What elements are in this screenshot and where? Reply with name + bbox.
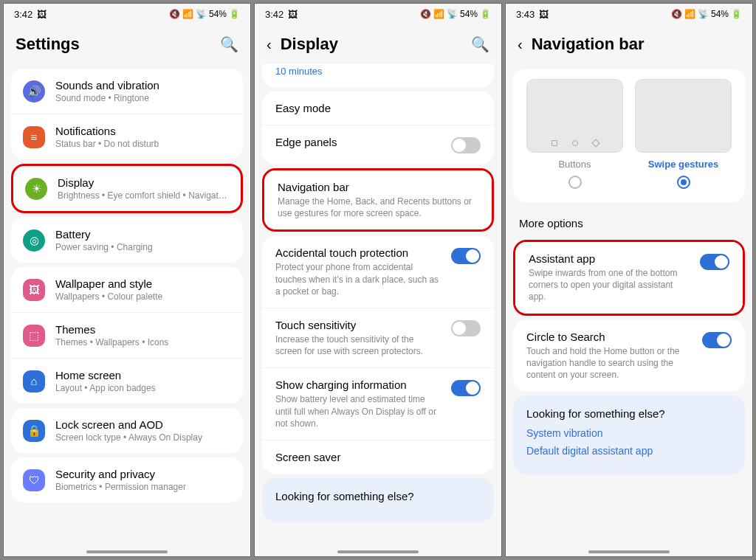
easy-mode-item[interactable]: Easy mode (262, 91, 494, 125)
navigation-bar-item[interactable]: Navigation bar Manage the Home, Back, an… (264, 170, 492, 229)
settings-item-wallpaper[interactable]: 🖼 Wallpaper and style Wallpapers • Colou… (11, 267, 243, 313)
more-options-header: More options (506, 207, 752, 235)
item-sub: Wallpapers • Colour palette (55, 291, 231, 302)
phone-screen-2: 3:42 🖼 🔇 📶 📡 54% 🔋 ‹ Display 🔍 10 minute… (254, 3, 502, 557)
nav-option-swipe[interactable]: Swipe gestures (635, 79, 732, 189)
settings-item-security[interactable]: 🛡 Security and privacy Biometrics • Perm… (11, 457, 243, 502)
charging-toggle[interactable] (451, 380, 481, 396)
item-title: Notifications (55, 125, 231, 137)
item-sub: Protect your phone from accidental touch… (275, 261, 441, 297)
item-sub: Swipe inwards from one of the bottom cor… (529, 267, 690, 303)
circle-toggle[interactable] (702, 332, 732, 348)
circle-search-item[interactable]: Circle to Search Touch and hold the Home… (513, 320, 745, 392)
navbar-settings[interactable]: Buttons Swipe gestures More options Assi… (506, 64, 752, 556)
assistant-app-item[interactable]: Assistant app Swipe inwards from one of … (515, 242, 743, 314)
signal-icon: 📡 (196, 9, 207, 19)
footer-link-vibration[interactable]: System vibration (526, 427, 732, 439)
display-icon: ☀ (25, 178, 47, 200)
item-title: Easy mode (275, 102, 481, 114)
settings-list[interactable]: 🔊 Sounds and vibration Sound mode • Ring… (4, 64, 250, 556)
battery-text: 54% (460, 9, 478, 19)
item-sub: Status bar • Do not disturb (55, 139, 231, 149)
item-title: Security and privacy (55, 468, 231, 480)
nav-indicator (337, 550, 419, 553)
battery-icon: 🔋 (480, 9, 491, 19)
nav-indicator (588, 550, 670, 553)
touch-sens-toggle[interactable] (451, 320, 481, 336)
item-sub: Increase the touch sensitivity of the sc… (275, 333, 441, 357)
item-sub: Themes • Wallpapers • Icons (55, 337, 231, 348)
item-title: Display (58, 176, 229, 189)
footer-link-assistant[interactable]: Default digital assistant app (526, 445, 732, 457)
option-label: Swipe gestures (648, 159, 718, 170)
edge-panels-item[interactable]: Edge panels (262, 125, 494, 164)
page-title: Settings (16, 35, 211, 54)
clock: 3:43 (516, 9, 535, 20)
assistant-toggle[interactable] (700, 254, 729, 270)
settings-item-notifications[interactable]: ≡ Notifications Status bar • Do not dist… (11, 114, 243, 159)
accidental-touch-item[interactable]: Accidental touch protection Protect your… (262, 236, 494, 308)
looking-for-section: Looking for something else? (262, 478, 494, 522)
battery-icon: 🔋 (229, 9, 240, 19)
item-title: Assistant app (529, 252, 690, 265)
settings-item-display[interactable]: ☀ Display Brightness • Eye comfort shiel… (13, 166, 241, 211)
edge-panels-toggle[interactable] (451, 137, 481, 153)
item-sub: Screen lock type • Always On Display (55, 432, 231, 443)
battery-text: 54% (711, 9, 729, 19)
wifi-icon: 📶 (182, 9, 193, 19)
page-title: Display (281, 35, 462, 54)
image-icon: 🖼 (37, 9, 47, 20)
clock: 3:42 (265, 9, 284, 20)
back-icon[interactable]: ‹ (267, 36, 272, 53)
item-title: Touch sensitivity (275, 319, 441, 331)
item-sub: Layout • App icon badges (55, 383, 231, 393)
settings-item-battery[interactable]: ◎ Battery Power saving • Charging (11, 218, 243, 263)
option-label: Buttons (558, 159, 591, 170)
settings-item-themes[interactable]: ⬚ Themes Themes • Wallpapers • Icons (11, 313, 243, 359)
search-icon[interactable]: 🔍 (220, 35, 238, 53)
search-icon[interactable]: 🔍 (471, 35, 489, 53)
footer-title: Looking for something else? (275, 490, 481, 502)
phone-screen-1: 3:42 🖼 🔇 📶 📡 54% 🔋 Settings 🔍 🔊 Sounds a… (3, 3, 251, 557)
settings-item-home[interactable]: ⌂ Home screen Layout • App icon badges (11, 359, 243, 404)
display-settings-list[interactable]: 10 minutes Easy mode Edge panels Navigat… (255, 64, 501, 556)
settings-item-lockscreen[interactable]: 🔒 Lock screen and AOD Screen lock type •… (11, 408, 243, 453)
item-title: Navigation bar (278, 181, 478, 193)
nav-style-options: Buttons Swipe gestures (513, 69, 745, 193)
wallpaper-icon: 🖼 (23, 279, 45, 301)
item-title: Edge panels (275, 136, 441, 148)
radio-swipe[interactable] (677, 176, 690, 189)
nav-option-buttons[interactable]: Buttons (526, 79, 623, 189)
status-bar: 3:42 🖼 🔇 📶 📡 54% 🔋 (255, 4, 501, 24)
mute-icon: 🔇 (169, 9, 180, 19)
item-title: Wallpaper and style (55, 277, 231, 290)
item-title: Sounds and vibration (55, 79, 231, 91)
touch-sensitivity-item[interactable]: Touch sensitivity Increase the touch sen… (262, 308, 494, 368)
accidental-toggle[interactable] (451, 248, 481, 264)
themes-icon: ⬚ (23, 325, 45, 347)
header: ‹ Navigation bar (506, 24, 752, 64)
charging-info-item[interactable]: Show charging information Show battery l… (262, 368, 494, 440)
item-title: Battery (55, 228, 231, 241)
item-sub: Biometrics • Permission manager (55, 482, 231, 492)
battery-text: 54% (209, 9, 227, 19)
wifi-icon: 📶 (433, 9, 444, 19)
notifications-icon: ≡ (23, 126, 45, 148)
settings-item-sounds[interactable]: 🔊 Sounds and vibration Sound mode • Ring… (11, 69, 243, 114)
screen-timeout-value: 10 minutes (275, 66, 481, 77)
item-sub: Manage the Home, Back, and Recents butto… (278, 196, 478, 219)
buttons-preview (526, 79, 623, 153)
signal-icon: 📡 (698, 9, 709, 19)
item-sub: Power saving • Charging (55, 242, 231, 252)
shield-icon: 🛡 (23, 469, 45, 491)
signal-icon: 📡 (447, 9, 458, 19)
back-icon[interactable]: ‹ (518, 36, 523, 53)
mute-icon: 🔇 (420, 9, 431, 19)
sounds-icon: 🔊 (23, 80, 45, 103)
item-title: Home screen (55, 369, 231, 381)
radio-buttons[interactable] (568, 176, 582, 189)
item-title: Themes (55, 323, 231, 336)
status-bar: 3:42 🖼 🔇 📶 📡 54% 🔋 (4, 4, 250, 24)
item-sub: Show battery level and estimated time un… (275, 393, 441, 429)
screen-saver-item[interactable]: Screen saver (262, 440, 494, 474)
